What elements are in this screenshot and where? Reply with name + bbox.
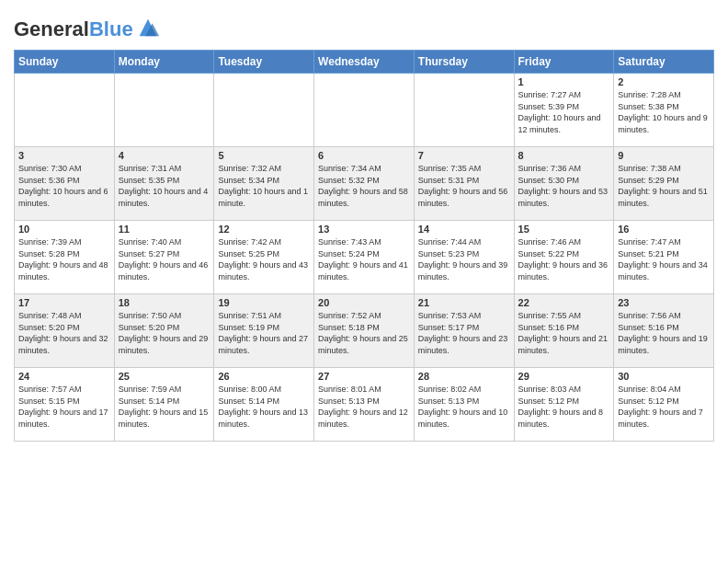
calendar-cell: 22Sunrise: 7:55 AM Sunset: 5:16 PM Dayli… — [514, 294, 614, 368]
day-number: 18 — [119, 297, 210, 308]
calendar-cell — [114, 74, 214, 147]
calendar-cell: 9Sunrise: 7:38 AM Sunset: 5:29 PM Daylig… — [614, 147, 714, 221]
day-number: 19 — [218, 297, 310, 308]
day-number: 16 — [618, 224, 710, 235]
calendar-table: SundayMondayTuesdayWednesdayThursdayFrid… — [14, 50, 714, 442]
calendar-cell: 2Sunrise: 7:28 AM Sunset: 5:38 PM Daylig… — [614, 74, 714, 147]
calendar-header-row: SundayMondayTuesdayWednesdayThursdayFrid… — [15, 51, 714, 74]
day-number: 8 — [518, 150, 610, 161]
calendar-cell: 16Sunrise: 7:47 AM Sunset: 5:21 PM Dayli… — [614, 221, 714, 294]
day-info: Sunrise: 8:02 AM Sunset: 5:13 PM Dayligh… — [418, 384, 510, 430]
calendar-cell: 10Sunrise: 7:39 AM Sunset: 5:28 PM Dayli… — [15, 221, 115, 294]
calendar-cell: 27Sunrise: 8:01 AM Sunset: 5:13 PM Dayli… — [314, 368, 415, 442]
day-info: Sunrise: 7:39 AM Sunset: 5:28 PM Dayligh… — [18, 236, 110, 282]
calendar-cell: 25Sunrise: 7:59 AM Sunset: 5:14 PM Dayli… — [114, 368, 214, 442]
calendar-cell — [414, 74, 514, 147]
calendar-cell: 24Sunrise: 7:57 AM Sunset: 5:15 PM Dayli… — [15, 368, 115, 442]
calendar-cell: 14Sunrise: 7:44 AM Sunset: 5:23 PM Dayli… — [414, 221, 514, 294]
day-number: 14 — [418, 224, 510, 235]
day-info: Sunrise: 8:01 AM Sunset: 5:13 PM Dayligh… — [318, 384, 410, 430]
day-number: 6 — [318, 150, 410, 161]
day-info: Sunrise: 7:48 AM Sunset: 5:20 PM Dayligh… — [18, 310, 110, 356]
calendar-cell: 11Sunrise: 7:40 AM Sunset: 5:27 PM Dayli… — [114, 221, 214, 294]
calendar-cell: 21Sunrise: 7:53 AM Sunset: 5:17 PM Dayli… — [414, 294, 514, 368]
day-info: Sunrise: 8:00 AM Sunset: 5:14 PM Dayligh… — [218, 384, 310, 430]
logo: GeneralBlue — [14, 18, 161, 40]
day-info: Sunrise: 7:57 AM Sunset: 5:15 PM Dayligh… — [18, 384, 110, 430]
day-info: Sunrise: 7:30 AM Sunset: 5:36 PM Dayligh… — [18, 163, 110, 209]
calendar-cell: 6Sunrise: 7:34 AM Sunset: 5:32 PM Daylig… — [314, 147, 415, 221]
day-info: Sunrise: 7:42 AM Sunset: 5:25 PM Dayligh… — [218, 236, 310, 282]
calendar-cell: 20Sunrise: 7:52 AM Sunset: 5:18 PM Dayli… — [314, 294, 415, 368]
calendar-cell: 29Sunrise: 8:03 AM Sunset: 5:12 PM Dayli… — [514, 368, 614, 442]
calendar-cell — [214, 74, 314, 147]
day-info: Sunrise: 7:35 AM Sunset: 5:31 PM Dayligh… — [418, 163, 510, 209]
day-number: 10 — [18, 224, 110, 235]
day-info: Sunrise: 7:51 AM Sunset: 5:19 PM Dayligh… — [218, 310, 310, 356]
day-number: 7 — [418, 150, 510, 161]
weekday-header: Wednesday — [314, 51, 415, 74]
day-number: 30 — [618, 371, 710, 382]
day-number: 27 — [318, 371, 410, 382]
day-info: Sunrise: 7:50 AM Sunset: 5:20 PM Dayligh… — [119, 310, 210, 356]
day-number: 29 — [518, 371, 610, 382]
weekday-header: Monday — [114, 51, 214, 74]
calendar-cell: 30Sunrise: 8:04 AM Sunset: 5:12 PM Dayli… — [614, 368, 714, 442]
day-info: Sunrise: 7:53 AM Sunset: 5:17 PM Dayligh… — [418, 310, 510, 356]
day-number: 24 — [18, 371, 110, 382]
logo-text: GeneralBlue — [14, 18, 133, 40]
day-info: Sunrise: 7:59 AM Sunset: 5:14 PM Dayligh… — [119, 384, 210, 430]
day-info: Sunrise: 7:47 AM Sunset: 5:21 PM Dayligh… — [618, 236, 710, 282]
day-number: 22 — [518, 297, 610, 308]
day-number: 4 — [119, 150, 210, 161]
day-number: 28 — [418, 371, 510, 382]
calendar-cell: 18Sunrise: 7:50 AM Sunset: 5:20 PM Dayli… — [114, 294, 214, 368]
day-number: 1 — [518, 76, 610, 87]
calendar-cell: 5Sunrise: 7:32 AM Sunset: 5:34 PM Daylig… — [214, 147, 314, 221]
weekday-header: Tuesday — [214, 51, 314, 74]
day-number: 17 — [18, 297, 110, 308]
day-info: Sunrise: 7:44 AM Sunset: 5:23 PM Dayligh… — [418, 236, 510, 282]
day-number: 25 — [119, 371, 210, 382]
weekday-header: Saturday — [614, 51, 714, 74]
calendar-cell: 12Sunrise: 7:42 AM Sunset: 5:25 PM Dayli… — [214, 221, 314, 294]
calendar-week-row: 10Sunrise: 7:39 AM Sunset: 5:28 PM Dayli… — [15, 221, 714, 294]
calendar-cell: 28Sunrise: 8:02 AM Sunset: 5:13 PM Dayli… — [414, 368, 514, 442]
logo-icon — [135, 15, 161, 40]
calendar-cell — [15, 74, 115, 147]
day-info: Sunrise: 7:32 AM Sunset: 5:34 PM Dayligh… — [218, 163, 310, 209]
day-number: 23 — [618, 297, 710, 308]
day-info: Sunrise: 7:31 AM Sunset: 5:35 PM Dayligh… — [119, 163, 210, 209]
page-container: GeneralBlue SundayMondayTuesdayWednesday… — [0, 0, 728, 451]
day-number: 21 — [418, 297, 510, 308]
day-info: Sunrise: 7:56 AM Sunset: 5:16 PM Dayligh… — [618, 310, 710, 356]
day-number: 5 — [218, 150, 310, 161]
day-info: Sunrise: 7:28 AM Sunset: 5:38 PM Dayligh… — [618, 89, 710, 135]
day-info: Sunrise: 8:04 AM Sunset: 5:12 PM Dayligh… — [618, 384, 710, 430]
calendar-cell: 3Sunrise: 7:30 AM Sunset: 5:36 PM Daylig… — [15, 147, 115, 221]
day-info: Sunrise: 7:46 AM Sunset: 5:22 PM Dayligh… — [518, 236, 610, 282]
day-info: Sunrise: 8:03 AM Sunset: 5:12 PM Dayligh… — [518, 384, 610, 430]
calendar-cell: 4Sunrise: 7:31 AM Sunset: 5:35 PM Daylig… — [114, 147, 214, 221]
day-number: 9 — [618, 150, 710, 161]
calendar-cell — [314, 74, 415, 147]
calendar-cell: 26Sunrise: 8:00 AM Sunset: 5:14 PM Dayli… — [214, 368, 314, 442]
calendar-week-row: 1Sunrise: 7:27 AM Sunset: 5:39 PM Daylig… — [15, 74, 714, 147]
weekday-header: Sunday — [15, 51, 115, 74]
day-info: Sunrise: 7:43 AM Sunset: 5:24 PM Dayligh… — [318, 236, 410, 282]
calendar-week-row: 17Sunrise: 7:48 AM Sunset: 5:20 PM Dayli… — [15, 294, 714, 368]
calendar-cell: 23Sunrise: 7:56 AM Sunset: 5:16 PM Dayli… — [614, 294, 714, 368]
day-info: Sunrise: 7:55 AM Sunset: 5:16 PM Dayligh… — [518, 310, 610, 356]
page-header: GeneralBlue — [14, 14, 714, 40]
weekday-header: Thursday — [414, 51, 514, 74]
day-number: 20 — [318, 297, 410, 308]
calendar-cell: 15Sunrise: 7:46 AM Sunset: 5:22 PM Dayli… — [514, 221, 614, 294]
day-info: Sunrise: 7:27 AM Sunset: 5:39 PM Dayligh… — [518, 89, 610, 135]
day-number: 3 — [18, 150, 110, 161]
calendar-cell: 1Sunrise: 7:27 AM Sunset: 5:39 PM Daylig… — [514, 74, 614, 147]
day-number: 11 — [119, 224, 210, 235]
calendar-week-row: 3Sunrise: 7:30 AM Sunset: 5:36 PM Daylig… — [15, 147, 714, 221]
day-number: 15 — [518, 224, 610, 235]
calendar-week-row: 24Sunrise: 7:57 AM Sunset: 5:15 PM Dayli… — [15, 368, 714, 442]
day-info: Sunrise: 7:34 AM Sunset: 5:32 PM Dayligh… — [318, 163, 410, 209]
